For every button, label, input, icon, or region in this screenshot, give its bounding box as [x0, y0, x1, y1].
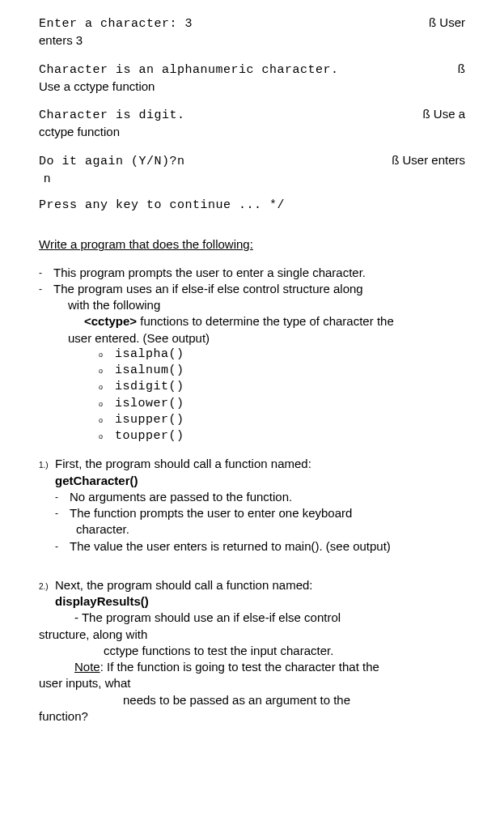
func-isalnum: isalnum() [115, 363, 184, 379]
term-annot-1: ß User [429, 15, 465, 31]
s1-b2: character. [55, 521, 465, 538]
dash-icon: - [55, 538, 70, 555]
cctype-tag: <cctype> [84, 314, 137, 328]
s2-b4: function? [39, 708, 465, 725]
term-continue: Press any key to continue ... */ [39, 198, 465, 214]
func-item-2: o isalnum() [99, 363, 465, 379]
dash-icon: - [39, 265, 53, 281]
s2-a2: structure, along with [39, 627, 465, 643]
term-line-4: Do it again (Y/N)?n ß User enters [39, 152, 465, 170]
func-item-5: o isupper() [99, 412, 465, 428]
circle-icon: o [99, 363, 115, 379]
term-alnum: Character is an alphanumeric character. [39, 62, 339, 79]
s2-note: Note: If the function is going to test t… [39, 659, 465, 675]
term-line-1b: enters 3 [39, 32, 465, 49]
s1-c-text: The value the user enters is returned to… [70, 538, 465, 555]
step-1-text: First, the program should call a functio… [55, 456, 311, 472]
note-label: Note [74, 660, 100, 674]
intro-2d: user entered. (See output) [39, 330, 465, 346]
term-line-3b: cctype function [39, 124, 465, 140]
term-annot-4: ß User enters [392, 152, 465, 168]
intro-2c: <cctype> functions to determine the type… [39, 313, 465, 329]
step-1-number: 1.) [39, 457, 55, 471]
term-line-2: Character is an alphanumeric character. … [39, 61, 465, 79]
intro-2b: with the following [39, 297, 465, 313]
intro-2a-text: The program uses an if else-if else cont… [53, 281, 465, 297]
func-item-1: o isalpha() [99, 346, 465, 363]
func-item-4: o islower() [99, 396, 465, 412]
s1-a: - No arguments are passed to the functio… [55, 489, 465, 505]
term-line-1: Enter a character: 3 ß User [39, 15, 465, 32]
term-annot-2: ß [458, 61, 465, 77]
s2-a3: cctype functions to test the input chara… [39, 643, 465, 659]
term-line-3: Character is digit. ß Use a [39, 106, 465, 124]
intro-item-1: - This program prompts the user to enter… [39, 265, 465, 281]
intro-2c-post: functions to determine the type of chara… [137, 314, 394, 328]
step-2-text: Next, the program should call a function… [55, 577, 313, 593]
term-again: Do it again (Y/N)?n [39, 154, 185, 170]
s1-b1-text: The function prompts the user to enter o… [70, 505, 465, 521]
func-toupper: toupper() [115, 428, 184, 444]
term-line-4b: n [39, 170, 465, 186]
term-digit: Character is digit. [39, 108, 185, 124]
dash-icon: - [55, 489, 70, 505]
displayresults-name: displayResults() [39, 593, 465, 610]
func-item-3: o isdigit() [99, 379, 465, 395]
func-isalpha: isalpha() [115, 346, 184, 363]
term-line-2b: Use a cctype function [39, 79, 465, 95]
step-2-number: 2.) [39, 578, 55, 593]
term-annot-3: ß Use a [422, 106, 465, 122]
getcharacter-name: getCharacter() [39, 473, 465, 489]
s2-b2: user inputs, what [39, 675, 465, 691]
section-heading: Write a program that does the following: [39, 236, 465, 253]
intro-1-text: This program prompts the user to enter a… [53, 265, 465, 281]
dash-icon: - [39, 281, 53, 297]
func-item-6: o toupper() [99, 428, 465, 444]
circle-icon: o [99, 396, 115, 412]
s1-a-text: No arguments are passed to the function. [70, 489, 465, 505]
func-isdigit: isdigit() [115, 379, 184, 395]
s2-a1: - The program should use an if else-if e… [39, 610, 465, 626]
s1-b: - The function prompts the user to enter… [55, 505, 465, 521]
s1-c: - The value the user enters is returned … [55, 538, 465, 555]
intro-item-2: - The program uses an if else-if else co… [39, 281, 465, 297]
term-prompt: Enter a character: 3 [39, 16, 193, 32]
circle-icon: o [99, 428, 115, 444]
circle-icon: o [99, 379, 115, 395]
step-2-head: 2.) Next, the program should call a func… [39, 577, 465, 593]
circle-icon: o [99, 346, 115, 363]
note-rest: : If the function is going to test the c… [100, 660, 379, 674]
dash-icon: - [55, 505, 70, 521]
func-islower: islower() [115, 396, 184, 412]
step-1-head: 1.) First, the program should call a fun… [39, 456, 465, 472]
func-isupper: isupper() [115, 412, 184, 428]
circle-icon: o [99, 412, 115, 428]
s2-b3: needs to be passed as an argument to the [39, 692, 465, 708]
